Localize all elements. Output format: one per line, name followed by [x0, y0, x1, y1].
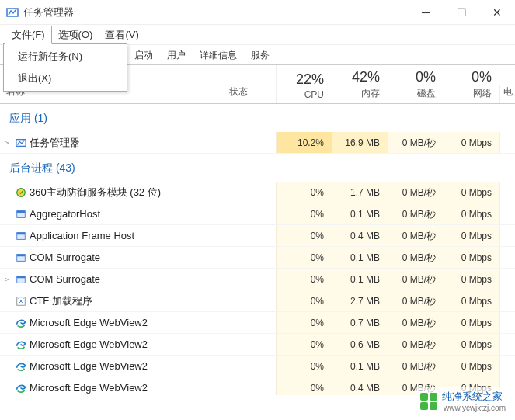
cell-disk: 0 MB/秒: [388, 269, 444, 290]
process-icon: [14, 231, 28, 241]
process-name: CTF 加载程序: [28, 294, 229, 308]
svg-rect-10: [17, 276, 26, 278]
file-menu-dropdown: 运行新任务(N) 退出(X): [3, 43, 127, 92]
cell-memory: 0.1 MB: [332, 356, 388, 377]
menu-view[interactable]: 查看(V): [99, 26, 144, 43]
process-icon: [14, 361, 28, 372]
process-icon: [14, 137, 28, 148]
process-icon: [14, 339, 28, 350]
header-disk-label: 磁盘: [388, 87, 436, 100]
process-row[interactable]: CTF 加载程序0%2.7 MB0 MB/秒0 Mbps: [0, 290, 515, 312]
tab-users[interactable]: 用户: [160, 45, 193, 64]
process-name: Microsoft Edge WebView2: [28, 317, 229, 328]
process-row[interactable]: Microsoft Edge WebView20%0.1 MB0 MB/秒0 M…: [0, 356, 515, 377]
close-button[interactable]: ✕: [479, 0, 515, 25]
svg-rect-6: [17, 232, 26, 234]
cell-disk: 0 MB/秒: [388, 203, 444, 224]
cell-cpu: 0%: [276, 356, 332, 377]
process-row[interactable]: 360主动防御服务模块 (32 位)0%1.7 MB0 MB/秒0 Mbps: [0, 182, 515, 203]
process-name: 360主动防御服务模块 (32 位): [28, 186, 229, 200]
cell-network: 0 Mbps: [444, 247, 499, 268]
process-name: Microsoft Edge WebView2: [28, 382, 229, 394]
cell-network: 0 Mbps: [444, 269, 499, 290]
cell-cpu: 10.2%: [276, 132, 332, 153]
header-network[interactable]: 0% 网络: [444, 65, 499, 103]
app-icon: [6, 6, 19, 19]
cell-cpu: 0%: [276, 334, 332, 355]
header-extra[interactable]: 电: [499, 85, 515, 103]
maximize-button[interactable]: ☐: [444, 0, 479, 25]
process-name: 任务管理器: [28, 136, 229, 150]
header-cpu-pct: 22%: [277, 72, 324, 88]
cell-disk: 0 MB/秒: [388, 290, 444, 311]
process-icon: [14, 296, 28, 307]
cell-network: 0 Mbps: [444, 182, 499, 203]
menubar: 文件(F) 选项(O) 查看(V): [0, 25, 515, 45]
cell-extra: [499, 269, 515, 290]
cell-extra: [499, 132, 515, 153]
cell-cpu: 0%: [276, 247, 332, 268]
cell-memory: 0.1 MB: [332, 203, 388, 224]
cell-cpu: 0%: [276, 290, 332, 311]
process-icon: [14, 383, 28, 394]
header-net-label: 网络: [444, 87, 492, 100]
header-memory[interactable]: 42% 内存: [332, 65, 388, 103]
process-row[interactable]: AggregatorHost0%0.1 MB0 MB/秒0 Mbps: [0, 203, 515, 225]
watermark-domain: www.ycwjxtzj.com: [444, 404, 506, 412]
process-row[interactable]: COM Surrogate0%0.1 MB0 MB/秒0 Mbps: [0, 247, 515, 269]
cell-disk: 0 MB/秒: [388, 334, 444, 355]
tab-services[interactable]: 服务: [244, 45, 277, 64]
cell-memory: 2.7 MB: [332, 290, 388, 311]
cell-cpu: 0%: [276, 203, 332, 224]
menu-file[interactable]: 文件(F): [5, 26, 52, 44]
cell-memory: 0.4 MB: [332, 225, 388, 246]
group-apps[interactable]: 应用 (1): [0, 104, 515, 132]
cell-extra: [499, 290, 515, 311]
cell-memory: 0.7 MB: [332, 312, 388, 333]
cell-cpu: 0%: [276, 269, 332, 290]
cell-network: 0 Mbps: [444, 225, 499, 246]
cell-disk: 0 MB/秒: [388, 312, 444, 333]
cell-extra: [499, 334, 515, 355]
process-row[interactable]: Microsoft Edge WebView20%0.7 MB0 MB/秒0 M…: [0, 312, 515, 334]
cell-extra: [499, 182, 515, 203]
tab-startup[interactable]: 启动: [127, 45, 160, 64]
cell-cpu: 0%: [276, 225, 332, 246]
header-net-pct: 0%: [444, 70, 492, 85]
menu-exit[interactable]: 退出(X): [4, 68, 127, 89]
cell-extra: [499, 247, 515, 268]
cell-network: 0 Mbps: [444, 334, 499, 355]
expand-caret-icon[interactable]: ＞: [0, 137, 14, 148]
svg-rect-8: [17, 254, 26, 256]
tab-details[interactable]: 详细信息: [193, 45, 244, 64]
process-row[interactable]: Microsoft Edge WebView20%0.6 MB0 MB/秒0 M…: [0, 334, 515, 356]
cell-network: 0 Mbps: [444, 132, 499, 153]
watermark-logo-icon: [420, 393, 437, 410]
cell-network: 0 Mbps: [444, 356, 499, 377]
process-row[interactable]: ＞任务管理器10.2%16.9 MB0 MB/秒0 Mbps: [0, 132, 515, 154]
cell-extra: [499, 225, 515, 246]
cell-disk: 0 MB/秒: [388, 182, 444, 203]
group-background[interactable]: 后台进程 (43): [0, 154, 515, 182]
cell-disk: 0 MB/秒: [388, 132, 444, 153]
svg-rect-4: [17, 210, 26, 213]
cell-memory: 0.4 MB: [332, 377, 388, 395]
cell-extra: [499, 203, 515, 224]
process-row[interactable]: Application Frame Host0%0.4 MB0 MB/秒0 Mb…: [0, 225, 515, 247]
process-icon: [14, 209, 28, 220]
process-row[interactable]: ＞COM Surrogate0%0.1 MB0 MB/秒0 Mbps: [0, 269, 515, 290]
titlebar: 任务管理器 ─ ☐ ✕: [0, 0, 515, 25]
process-table[interactable]: 应用 (1) ＞任务管理器10.2%16.9 MB0 MB/秒0 Mbps 后台…: [0, 104, 515, 395]
menu-run-new-task[interactable]: 运行新任务(N): [4, 46, 127, 68]
cell-memory: 0.1 MB: [332, 247, 388, 268]
process-name: AggregatorHost: [28, 208, 229, 220]
cell-network: 0 Mbps: [444, 290, 499, 311]
header-mem-pct: 42%: [332, 70, 380, 85]
expand-caret-icon[interactable]: ＞: [0, 274, 14, 285]
minimize-button[interactable]: ─: [408, 0, 444, 25]
menu-options[interactable]: 选项(O): [52, 26, 99, 43]
header-disk[interactable]: 0% 磁盘: [388, 65, 444, 103]
header-status[interactable]: 状态: [229, 85, 276, 103]
header-mem-label: 内存: [332, 87, 380, 100]
header-cpu[interactable]: 22% CPU: [276, 65, 332, 103]
